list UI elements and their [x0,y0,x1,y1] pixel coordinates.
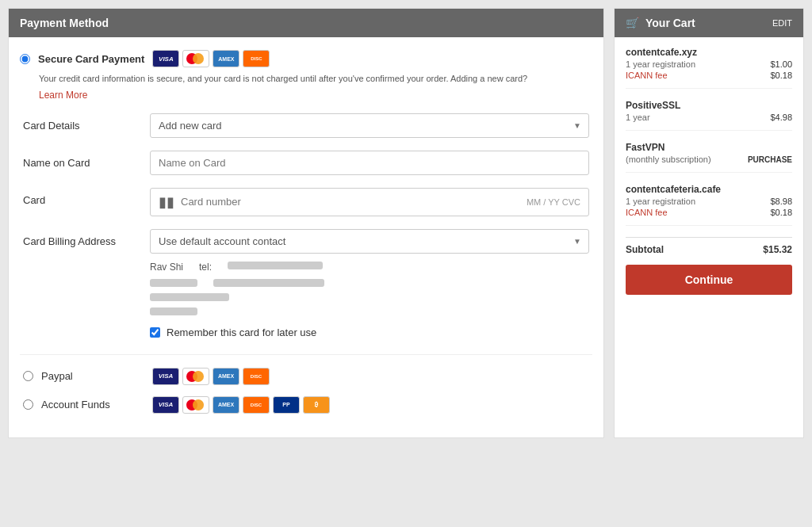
cart-title: Your Cart [645,17,695,29]
cart-item-4-reg-row: 1 year registration $8.98 [626,197,792,206]
amex-icon: AMEX [213,50,239,67]
cart-subtotal: Subtotal $15.32 [626,237,792,255]
cart-item-4-price: $8.98 [770,197,792,206]
address-name: Rav Shi [150,262,183,273]
cart-item-2-row: 1 year $4.98 [626,113,792,122]
remember-card-label: Remember this card for later use [167,327,316,338]
cart-header-left: 🛒 Your Cart [626,17,695,29]
add-card-select[interactable]: Add new card [150,113,589,138]
billing-address-select-wrap: Use default account contact [150,229,589,254]
billing-address-row: Card Billing Address Use default account… [20,229,592,338]
card-number-input[interactable] [181,196,520,208]
name-on-card-input[interactable] [150,151,589,175]
paypal-card-icons: VISA AMEX DISC [152,368,270,385]
cart-item-2: PositiveSSL 1 year $4.98 [626,100,792,131]
other-payment-section: Paypal VISA AMEX DISC Account Funds [20,354,592,414]
card-number-control: ▮▮ MM / YY CVC [150,188,589,216]
subtotal-label: Subtotal [626,244,664,255]
cart-item-3-name: FastVPN [626,142,792,153]
card-details-row: Card Details Add new card [20,113,592,138]
card-number-row: Card ▮▮ MM / YY CVC [20,188,592,216]
paypal-visa-icon: VISA [152,368,179,385]
cart-item-1-price: $1.00 [770,59,792,69]
cart-item-1: contentcafe.xyz 1 year registration $1.0… [626,47,792,89]
cart-header: 🛒 Your Cart EDIT [615,9,803,37]
add-card-select-wrap: Add new card [150,113,589,138]
cart-item-1-reg-row: 1 year registration $1.00 [626,59,792,69]
learn-more-link[interactable]: Learn More [39,90,87,101]
af-visa-icon: VISA [152,396,179,414]
card-label: Card [23,188,150,206]
address-blurred-3 [150,293,229,301]
cart-item-4-fee: ICANN fee [626,208,668,217]
cart-item-1-fee: ICANN fee [626,71,668,80]
af-mc-icon [182,396,209,414]
account-funds-card-icons: VISA AMEX DISC PP ₿ [152,396,330,414]
address-blurred-1 [150,279,197,287]
payment-method-title: Payment Method [20,17,109,29]
cart-panel: 🛒 Your Cart EDIT contentcafe.xyz 1 year … [614,8,804,438]
paypal-amex-icon: AMEX [213,368,239,385]
account-funds-option[interactable]: Account Funds VISA AMEX DISC PP ₿ [20,396,592,414]
paypal-radio[interactable] [23,371,33,381]
continue-button[interactable]: Continue [626,265,792,295]
secure-card-label: Secure Card Payment [38,53,144,65]
card-details-control: Add new card [150,113,589,138]
name-on-card-label: Name on Card [23,151,150,169]
af-amex-icon: AMEX [213,396,239,414]
address-row-3 [150,293,589,301]
billing-address-label: Card Billing Address [23,229,150,247]
cart-item-1-desc: 1 year registration [626,59,695,69]
address-blurred-4 [150,307,197,315]
cart-icon: 🛒 [626,17,639,29]
cart-item-1-fee-row: ICANN fee $0.18 [626,71,792,80]
discover-icon: DISC [243,50,270,67]
cart-item-4-fee-row: ICANN fee $0.18 [626,208,792,217]
cart-item-2-price: $4.98 [770,113,792,122]
secure-card-radio[interactable] [20,54,30,64]
address-blurred-2 [213,279,324,287]
cart-item-3-desc: (monthly subscription) [626,155,711,164]
cart-item-3-purchase: PURCHASE [748,155,792,164]
remember-card-checkbox[interactable] [150,327,160,338]
address-tel-label: tel: [199,262,212,273]
billing-address-control: Use default account contact Rav Shi tel: [150,229,589,338]
paypal-icon: PP [273,396,300,414]
cart-edit-button[interactable]: EDIT [772,18,792,28]
name-on-card-control [150,151,589,175]
subtotal-value: $15.32 [763,244,792,255]
card-extra-fields: MM / YY CVC [527,197,580,207]
credit-card-icon: ▮▮ [159,193,174,211]
paypal-mc-icon [182,368,209,385]
bitcoin-icon: ₿ [303,396,330,414]
paypal-label: Paypal [41,370,144,382]
cart-item-4-desc: 1 year registration [626,197,695,206]
account-funds-label: Account Funds [41,399,144,411]
mastercard-icon [182,50,209,67]
cart-item-4-fee-price: $0.18 [770,208,792,217]
card-details-label: Card Details [23,113,150,132]
cart-body: contentcafe.xyz 1 year registration $1.0… [615,37,803,304]
cart-item-2-desc: 1 year [626,113,650,122]
cart-item-2-name: PositiveSSL [626,100,792,111]
security-text: Your credit card information is secure, … [39,72,592,86]
remember-card-row: Remember this card for later use [150,327,589,338]
card-number-wrapper: ▮▮ MM / YY CVC [150,188,589,216]
cart-item-3: FastVPN (monthly subscription) PURCHASE [626,142,792,173]
af-disc-icon: DISC [243,396,270,414]
cart-item-4-name: contentcafeteria.cafe [626,184,792,195]
cart-item-3-row: (monthly subscription) PURCHASE [626,155,792,164]
card-icons-secure: VISA AMEX DISC [152,50,270,67]
billing-address-select[interactable]: Use default account contact [150,229,589,254]
address-row-1: Rav Shi tel: [150,262,589,273]
secure-card-option[interactable]: Secure Card Payment VISA AMEX DISC [20,50,592,67]
address-tel-blurred [228,262,323,269]
address-row-2 [150,279,589,287]
paypal-disc-icon: DISC [243,368,270,385]
cart-item-4: contentcafeteria.cafe 1 year registratio… [626,184,792,226]
account-funds-radio[interactable] [23,399,33,410]
visa-icon: VISA [152,50,179,67]
cart-item-1-fee-price: $0.18 [770,71,792,80]
address-row-4 [150,307,589,315]
paypal-option[interactable]: Paypal VISA AMEX DISC [20,368,592,385]
